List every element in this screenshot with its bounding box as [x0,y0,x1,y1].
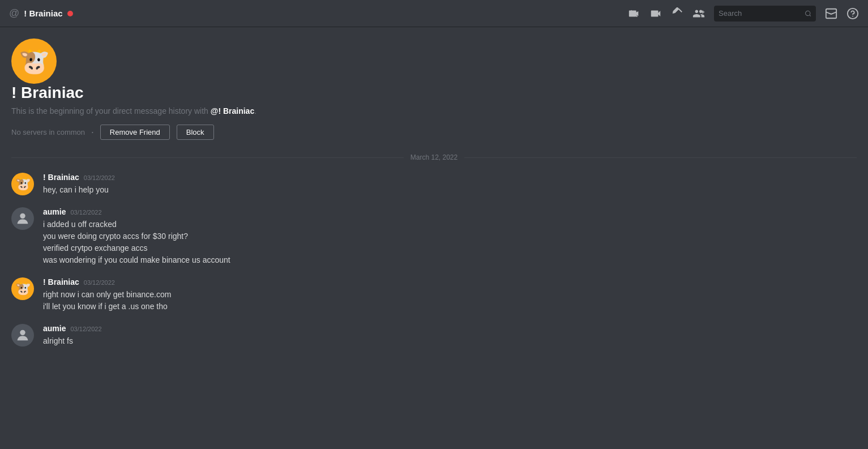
messages-container: 🐮! Brainiac03/12/2022hey, can i help you… [11,173,857,347]
svg-point-7 [20,213,25,219]
message-line: hey, can i help you [43,184,857,196]
message-avatar [11,324,34,347]
svg-line-3 [809,15,810,16]
topbar-left: @ ! Brainiac [9,7,621,19]
message-header: aumie03/12/2022 [43,207,857,216]
message-line: you were doing crypto accs for $30 right… [43,230,857,242]
message-timestamp: 03/12/2022 [70,209,101,216]
message-group: aumie03/12/2022alright fs [11,324,857,347]
message-text: hey, can i help you [43,184,857,196]
dot-separator: • [92,130,93,135]
message-timestamp: 03/12/2022 [70,326,101,332]
message-line: verified crytpo exchange accs [43,242,857,254]
block-button[interactable]: Block [177,125,214,140]
inbox-icon[interactable] [825,7,837,20]
message-avatar: 🐮 [11,173,34,195]
message-line: alright fs [43,335,857,347]
help-icon[interactable] [846,7,859,20]
search-icon [805,10,811,18]
message-timestamp: 03/12/2022 [84,279,115,286]
remove-friend-button[interactable]: Remove Friend [100,125,170,140]
topbar: @ ! Brainiac [0,0,868,27]
message-text: right now i can only get binance.comi'll… [43,289,857,313]
message-content: ! Brainiac03/12/2022hey, can i help you [43,173,857,196]
profile-actions: No servers in common • Remove Friend Blo… [11,125,857,140]
profile-name: ! Brainiac [11,84,857,102]
topbar-username: ! Brainiac [24,8,62,18]
search-input[interactable] [719,9,801,18]
svg-line-1 [679,8,682,12]
date-divider-line-right [464,157,857,158]
profile-header: 🐮 ! Brainiac This is the beginning of yo… [11,39,857,140]
search-box[interactable] [714,6,816,22]
message-timestamp: 03/12/2022 [84,174,115,181]
message-avatar [11,207,34,230]
status-dot-red [67,11,73,16]
message-author: ! Brainiac [43,173,79,182]
topbar-right [628,6,859,22]
profile-avatar: 🐮 [11,39,57,84]
profile-subtitle: This is the beginning of your direct mes… [11,106,857,116]
date-divider-line-left [11,157,404,158]
message-header: ! Brainiac03/12/2022 [43,277,857,286]
main-content: 🐮 ! Brainiac This is the beginning of yo… [0,27,868,449]
message-line: right now i can only get binance.com [43,289,857,301]
message-line: i added u off cracked [43,219,857,230]
message-content: aumie03/12/2022i added u off crackedyou … [43,207,857,266]
message-header: ! Brainiac03/12/2022 [43,173,857,182]
message-content: ! Brainiac03/12/2022right now i can only… [43,277,857,313]
svg-point-2 [805,11,810,15]
message-text: alright fs [43,335,857,347]
message-text: i added u off crackedyou were doing cryp… [43,219,857,266]
pin-icon[interactable] [671,7,683,20]
message-author: ! Brainiac [43,277,79,286]
message-author: aumie [43,207,66,216]
message-group: aumie03/12/2022i added u off crackedyou … [11,207,857,266]
video-call-icon[interactable] [628,7,640,20]
date-divider: March 12, 2022 [11,153,857,161]
message-author: aumie [43,324,66,333]
no-servers-label: No servers in common [11,128,85,136]
camera-icon[interactable] [649,7,662,20]
message-content: aumie03/12/2022alright fs [43,324,857,347]
message-line: was wondering if you could make binance … [43,254,857,266]
at-icon: @ [9,7,19,19]
add-friend-icon[interactable] [692,7,705,20]
date-divider-text: March 12, 2022 [411,153,457,161]
message-group: 🐮! Brainiac03/12/2022hey, can i help you [11,173,857,196]
message-line: i'll let you know if i get a .us one tho [43,301,857,313]
message-avatar: 🐮 [11,277,34,300]
message-group: 🐮! Brainiac03/12/2022right now i can onl… [11,277,857,313]
svg-point-8 [20,330,25,335]
message-header: aumie03/12/2022 [43,324,857,333]
